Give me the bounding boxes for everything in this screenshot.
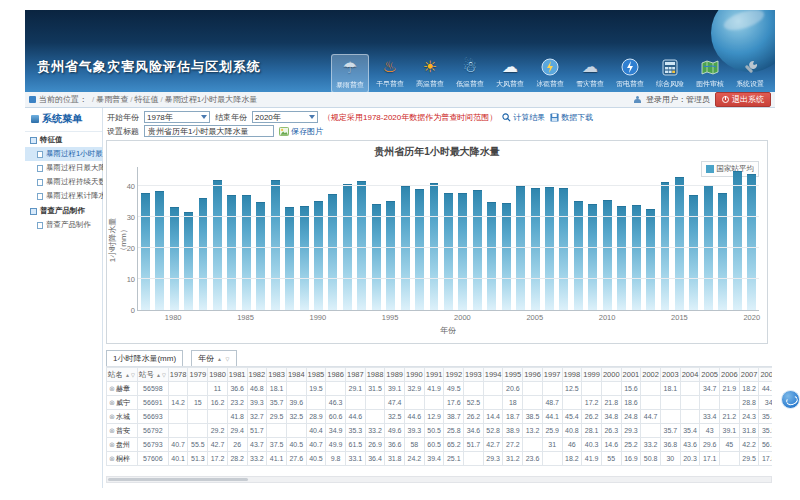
logout-button[interactable]: 退出系统 — [715, 92, 771, 107]
table-row[interactable]: ⊗普安5679229.229.451.740.434.935.333.249.6… — [107, 424, 773, 438]
col-year-1986[interactable]: 1986 — [326, 368, 346, 382]
start-year-select[interactable]: 1978年 — [144, 111, 210, 123]
value-cell: 60.5 — [424, 438, 444, 452]
col-year-1983[interactable]: 1983 — [267, 368, 287, 382]
nav-item-high-temp-survey[interactable]: ☀高温普查 — [411, 54, 449, 92]
horizontal-scrollbar[interactable] — [106, 476, 772, 483]
col-year-1989[interactable]: 1989 — [385, 368, 405, 382]
breadcrumb-separator: / — [92, 95, 94, 104]
col-station-id[interactable]: 站号 ▲▽ — [137, 368, 168, 382]
breadcrumb-item[interactable]: 特征值 — [134, 95, 158, 104]
col-year-2006[interactable]: 2006 — [720, 368, 740, 382]
col-year-2008[interactable]: 2008 — [759, 368, 772, 382]
sidebar-item[interactable]: 普查产品制作 — [25, 218, 102, 232]
value-filter-box[interactable]: 1小时降水量(mm) — [106, 350, 183, 367]
breadcrumb-item[interactable]: 暴雨普查 — [96, 95, 128, 104]
nav-item-rainstorm-survey[interactable]: ☂暴雨普查 — [331, 54, 369, 92]
bar-2012 — [632, 205, 641, 310]
table-row[interactable]: ⊗赫章565981136.646.818.119.529.131.539.132… — [107, 382, 773, 396]
col-year-2005[interactable]: 2005 — [700, 368, 720, 382]
col-year-1991[interactable]: 1991 — [424, 368, 444, 382]
table-row[interactable]: ⊗威宁5669114.21516.223.239.335.739.646.347… — [107, 396, 773, 410]
nav-item-snow-survey[interactable]: ☁雪灾普查 — [571, 54, 609, 92]
folder-icon — [30, 137, 37, 144]
chat-widget[interactable] — [781, 390, 800, 409]
range-note: （规定采用1978-2020年数据作为普查时间范围） — [323, 112, 497, 123]
nav-item-wind-survey[interactable]: ☁大风普查 — [491, 54, 529, 92]
table-row[interactable]: ⊗桐梓5760640.151.317.228.233.241.127.640.5… — [107, 452, 773, 466]
scrollbar-thumb[interactable] — [108, 478, 248, 481]
station-marker-icon[interactable]: ⊗ — [109, 427, 115, 434]
end-year-select[interactable]: 2020年 — [252, 111, 318, 123]
col-year-2007[interactable]: 2007 — [739, 368, 759, 382]
value-cell: 31.8 — [739, 424, 759, 438]
col-year-2001[interactable]: 2001 — [621, 368, 641, 382]
sidebar-item[interactable]: 暴雨过程持续天数 — [25, 175, 102, 189]
col-year-1985[interactable]: 1985 — [306, 368, 326, 382]
bar-slot — [412, 167, 426, 310]
col-year-1998[interactable]: 1998 — [562, 368, 582, 382]
calculate-button[interactable]: 计算结果 — [502, 112, 545, 123]
bar-slot — [600, 167, 614, 310]
col-year-1992[interactable]: 1992 — [444, 368, 464, 382]
table-row[interactable]: ⊗水城5669341.832.729.532.528.960.644.632.5… — [107, 410, 773, 424]
col-year-1980[interactable]: 1980 — [208, 368, 228, 382]
col-year-1999[interactable]: 1999 — [582, 368, 602, 382]
sort-icons[interactable]: ▲ ▽ — [217, 356, 230, 362]
col-year-2000[interactable]: 2000 — [601, 368, 621, 382]
save-image-button[interactable]: 保存图片 — [279, 126, 323, 137]
bar-2004 — [516, 186, 525, 310]
col-year-1984[interactable]: 1984 — [286, 368, 306, 382]
col-year-1995[interactable]: 1995 — [503, 368, 523, 382]
col-year-1993[interactable]: 1993 — [464, 368, 484, 382]
col-year-1990[interactable]: 1990 — [405, 368, 425, 382]
nav-item-map-review[interactable]: 图件审核 — [691, 54, 729, 92]
col-year-1978[interactable]: 1978 — [168, 368, 188, 382]
station-marker-icon[interactable]: ⊗ — [109, 455, 115, 462]
station-marker-icon[interactable]: ⊗ — [109, 385, 115, 392]
col-station[interactable]: 站名 ▲▽ — [107, 368, 138, 382]
nav-item-hail-survey[interactable]: 冰雹普查 — [531, 54, 569, 92]
station-marker-icon[interactable]: ⊗ — [109, 441, 115, 448]
col-year-2004[interactable]: 2004 — [680, 368, 700, 382]
document-icon — [37, 222, 43, 229]
col-year-1997[interactable]: 1997 — [542, 368, 562, 382]
col-year-2003[interactable]: 2003 — [660, 368, 680, 382]
col-year-1994[interactable]: 1994 — [483, 368, 503, 382]
station-marker-icon[interactable]: ⊗ — [109, 399, 115, 406]
station-marker-icon[interactable]: ⊗ — [109, 413, 115, 420]
col-year-1988[interactable]: 1988 — [365, 368, 385, 382]
nav-item-comprehensive-risk[interactable]: 综合风险 — [651, 54, 689, 92]
chart-title-input[interactable] — [144, 125, 274, 137]
col-year-1987[interactable]: 1987 — [345, 368, 365, 382]
bar-slot — [643, 167, 657, 310]
sidebar-group[interactable]: 特征值 — [25, 132, 102, 147]
col-year-1979[interactable]: 1979 — [188, 368, 208, 382]
value-cell: 44.3 — [759, 382, 772, 396]
col-year-2002[interactable]: 2002 — [641, 368, 661, 382]
value-cell: 55.5 — [188, 438, 208, 452]
sort-icons[interactable]: ▲▽ — [156, 372, 167, 378]
sidebar-item[interactable]: 暴雨过程1小时最大降水量 — [25, 147, 102, 161]
nav-item-label: 干旱普查 — [376, 79, 404, 88]
sidebar-item[interactable]: 暴雨过程累计降水量 — [25, 189, 102, 203]
chevron-down-icon — [201, 115, 207, 119]
value-cell: 40.7 — [168, 438, 188, 452]
sort-icons[interactable]: ▲▽ — [125, 372, 136, 378]
nav-item-lightning-survey[interactable]: 雷电普查 — [611, 54, 649, 92]
value-cell: 44.6 — [345, 410, 365, 424]
sidebar-item[interactable]: 暴雨过程日最大降水量 — [25, 161, 102, 175]
table-row[interactable]: ⊗盘州5679340.755.542.72643.737.540.540.749… — [107, 438, 773, 452]
nav-item-low-temp-survey[interactable]: ☃低温普查 — [451, 54, 489, 92]
value-cell — [720, 396, 740, 410]
col-year-1981[interactable]: 1981 — [227, 368, 247, 382]
data-download-button[interactable]: 数据下载 — [550, 112, 593, 123]
nav-item-system-settings[interactable]: 系统设置 — [731, 54, 769, 92]
bar-slot — [311, 167, 325, 310]
sidebar-group[interactable]: 普查产品制作 — [25, 203, 102, 218]
year-sort-box[interactable]: 年份 ▲ ▽ — [191, 350, 237, 367]
col-year-1996[interactable]: 1996 — [523, 368, 543, 382]
col-year-1982[interactable]: 1982 — [247, 368, 267, 382]
end-year-label: 结束年份 — [215, 112, 247, 123]
nav-item-drought-survey[interactable]: ♨干旱普查 — [371, 54, 409, 92]
